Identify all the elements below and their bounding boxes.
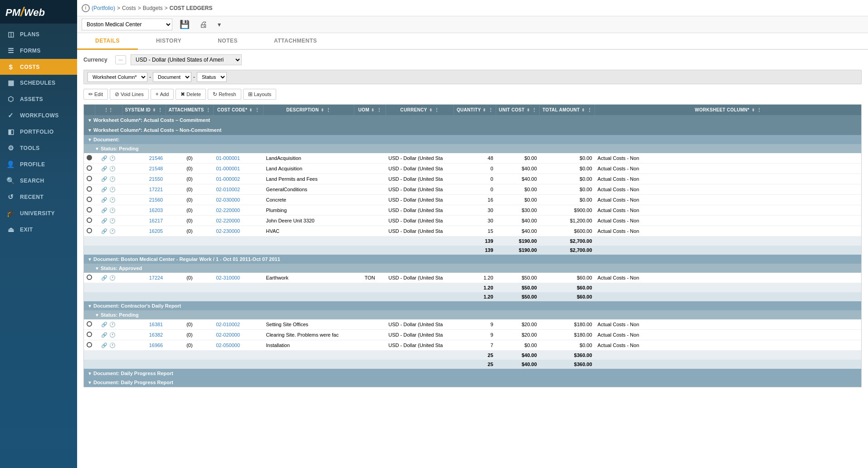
row-radio[interactable] <box>84 273 95 283</box>
link-icon[interactable]: 🔗 <box>101 275 107 280</box>
col-description[interactable]: DESCRIPTION⬍⋮ <box>263 105 354 115</box>
expand-arrow[interactable]: ▼ <box>88 128 92 133</box>
expand-arrow[interactable]: ▼ <box>88 137 92 142</box>
row-radio[interactable] <box>84 319 95 330</box>
system-id-link[interactable]: 17224 <box>149 275 163 280</box>
link-icon[interactable]: 🔗 <box>101 197 107 203</box>
table-row[interactable]: 🔗 🕐21548(0)01-000001Land AcquisitionUSD … <box>84 164 861 174</box>
sidebar-item-plans[interactable]: ◫ PLANS <box>0 26 77 43</box>
row-radio[interactable] <box>84 164 95 174</box>
cost-ledger-table[interactable]: ⋮⋮ SYSTEM ID⬍⋮ ATTACHMENTS⋮ COST CODE*⬍⋮ <box>83 104 862 387</box>
col-unit-cost[interactable]: UNIT COST⬍⋮ <box>496 105 540 115</box>
table-row[interactable]: 🔗 🕐16382(0)02-020000Clearing Site. Probl… <box>84 330 861 340</box>
cost-code-link[interactable]: 02-020000 <box>216 332 240 338</box>
clock-icon[interactable]: 🕐 <box>109 187 116 192</box>
filter-column-select[interactable]: Worksheet Column* <box>88 72 147 82</box>
clock-icon[interactable]: 🕐 <box>109 275 116 280</box>
row-radio[interactable] <box>84 195 95 205</box>
tab-history[interactable]: HISTORY <box>138 33 200 50</box>
col-total-amount[interactable]: TOTAL AMOUNT⬍⋮ <box>540 105 595 115</box>
expand-arrow[interactable]: ▼ <box>95 266 99 271</box>
filter-document-select[interactable]: Document <box>153 72 191 82</box>
expand-arrow[interactable]: ▼ <box>95 313 99 318</box>
expand-arrow[interactable]: ▼ <box>88 371 92 376</box>
dropdown-button[interactable]: ▾ <box>215 20 224 29</box>
link-icon[interactable]: 🔗 <box>101 332 107 338</box>
row-radio[interactable] <box>84 216 95 226</box>
sidebar-item-workflows[interactable]: ✓ WORKFLOWS <box>0 107 77 124</box>
cost-code-link[interactable]: 02-230000 <box>216 228 240 234</box>
col-worksheet-column[interactable]: WORKSHEET COLUMN*⬍⋮ <box>595 105 861 115</box>
sidebar-item-forms[interactable]: ☰ FORMS <box>0 43 77 59</box>
edit-button[interactable]: ✏ Edit <box>83 89 108 100</box>
tab-details[interactable]: DETAILS <box>77 33 138 50</box>
table-row[interactable]: 🔗 🕐16381(0)02-010002Setting Site Offices… <box>84 319 861 330</box>
table-row[interactable]: 🔗 🕐21550(0)01-000002Land Permits and Fee… <box>84 174 861 184</box>
link-icon[interactable]: 🔗 <box>101 218 107 223</box>
sidebar-item-tools[interactable]: ⚙ TOOLS <box>0 140 77 156</box>
row-radio[interactable] <box>84 153 95 164</box>
delete-button[interactable]: ✖ Delete <box>176 89 206 100</box>
cost-code-link[interactable]: 02-050000 <box>216 343 240 348</box>
col-uom[interactable]: UOM⬍⋮ <box>354 105 385 115</box>
system-id-link[interactable]: 17221 <box>149 187 163 192</box>
clock-icon[interactable]: 🕐 <box>109 228 116 234</box>
sidebar-item-schedules[interactable]: ▦ SCHEDULES <box>0 75 77 91</box>
table-row[interactable]: 🔗 🕐17224(0)02-310000EarthworkTONUSD - Do… <box>84 273 861 283</box>
expand-arrow[interactable]: ▼ <box>95 146 99 151</box>
sidebar-item-search[interactable]: 🔍 SEARCH <box>0 173 77 189</box>
row-radio[interactable] <box>84 184 95 195</box>
system-id-link[interactable]: 16966 <box>149 343 163 348</box>
system-id-link[interactable]: 16217 <box>149 218 163 223</box>
expand-arrow[interactable]: ▼ <box>88 380 92 385</box>
table-row[interactable]: 🔗 🕐21560(0)02-030000ConcreteUSD - Dollar… <box>84 195 861 205</box>
clock-icon[interactable]: 🕐 <box>109 343 116 348</box>
system-id-link[interactable]: 16203 <box>149 207 163 213</box>
system-id-link[interactable]: 21548 <box>149 166 163 171</box>
cost-code-link[interactable]: 02-220000 <box>216 218 240 223</box>
expand-arrow[interactable]: ▼ <box>88 118 92 123</box>
currency-options-button[interactable]: ··· <box>115 55 126 64</box>
add-button[interactable]: + Add <box>151 89 174 100</box>
link-icon[interactable]: 🔗 <box>101 322 107 327</box>
row-radio[interactable] <box>84 226 95 236</box>
col-currency[interactable]: CURRENCY⬍⋮ <box>385 105 454 115</box>
refresh-button[interactable]: ↻ Refresh <box>208 89 241 100</box>
void-button[interactable]: ⊘ Void Lines <box>110 89 149 100</box>
link-icon[interactable]: 🔗 <box>101 187 107 192</box>
system-id-link[interactable]: 21560 <box>149 197 163 203</box>
clock-icon[interactable]: 🕐 <box>109 166 116 171</box>
system-id-link[interactable]: 21546 <box>149 155 163 161</box>
sidebar-item-recent[interactable]: ↺ RECENT <box>0 189 77 205</box>
currency-select[interactable]: USD - Dollar (United States of Ameri <box>131 54 242 65</box>
col-quantity[interactable]: QUANTITY⬍⋮ <box>454 105 496 115</box>
table-row[interactable]: 🔗 🕐16217(0)02-220000John Deere Unit 3320… <box>84 216 861 226</box>
clock-icon[interactable]: 🕐 <box>109 218 116 223</box>
link-icon[interactable]: 🔗 <box>101 166 107 171</box>
cost-code-link[interactable]: 02-010002 <box>216 322 240 327</box>
col-system-id[interactable]: SYSTEM ID⬍⋮ <box>122 105 166 115</box>
expand-arrow[interactable]: ▼ <box>88 257 92 262</box>
sidebar-item-costs[interactable]: $ COSTS <box>0 59 77 75</box>
col-cost-code[interactable]: COST CODE*⬍⋮ <box>213 105 263 115</box>
system-id-link[interactable]: 21550 <box>149 176 163 182</box>
row-radio[interactable] <box>84 330 95 340</box>
tab-notes[interactable]: NOTES <box>200 33 256 50</box>
clock-icon[interactable]: 🕐 <box>109 155 116 161</box>
clock-icon[interactable]: 🕐 <box>109 322 116 327</box>
table-row[interactable]: 🔗 🕐17221(0)02-010002GeneralConditionsUSD… <box>84 184 861 195</box>
link-icon[interactable]: 🔗 <box>101 207 107 213</box>
sidebar-item-exit[interactable]: ⏏ EXIT <box>0 222 77 238</box>
table-row[interactable]: 🔗 🕐16966(0)02-050000InstallationUSD - Do… <box>84 340 861 351</box>
table-row[interactable]: 🔗 🕐16205(0)02-230000HVACUSD - Dollar (Un… <box>84 226 861 236</box>
sidebar-item-portfolio[interactable]: ◧ PORTFOLIO <box>0 124 77 140</box>
col-attachments[interactable]: ATTACHMENTS⋮ <box>166 105 213 115</box>
cost-code-link[interactable]: 02-030000 <box>216 197 240 203</box>
cost-code-link[interactable]: 02-010002 <box>216 187 240 192</box>
cost-code-link[interactable]: 01-000002 <box>216 176 240 182</box>
link-icon[interactable]: 🔗 <box>101 176 107 182</box>
tab-attachments[interactable]: ATTACHMENTS <box>256 33 335 50</box>
sidebar-item-profile[interactable]: 👤 PROFILE <box>0 156 77 173</box>
row-radio[interactable] <box>84 340 95 351</box>
link-icon[interactable]: 🔗 <box>101 343 107 348</box>
